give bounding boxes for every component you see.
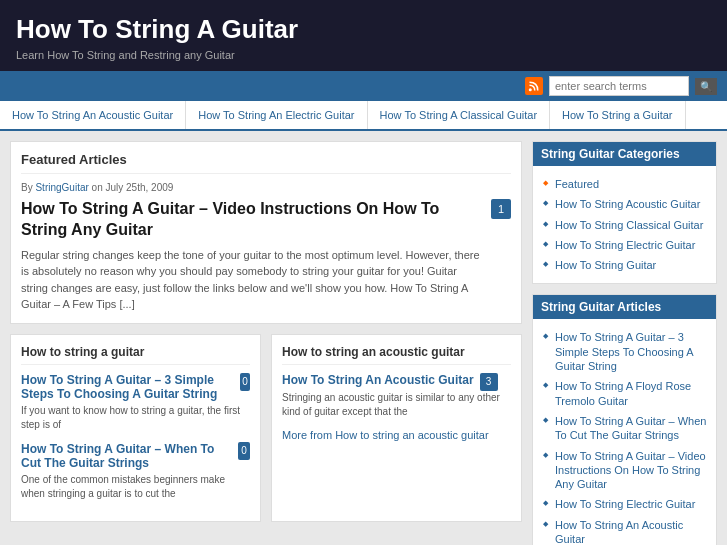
site-title: How To String A Guitar — [16, 14, 711, 45]
svg-point-0 — [529, 88, 532, 91]
sidebar-articles: String Guitar Articles How To String A G… — [532, 294, 717, 545]
sidebar-article-3[interactable]: How To String A Guitar – When To Cut The… — [541, 411, 708, 446]
author-link[interactable]: StringGuitar — [35, 182, 88, 193]
sidebar-cat-electric[interactable]: How To String Electric Guitar — [541, 235, 708, 255]
site-header: How To String A Guitar Learn How To Stri… — [0, 0, 727, 71]
sidebar: String Guitar Categories Featured How To… — [532, 141, 717, 545]
sidebar-cat-classical[interactable]: How To String Classical Guitar — [541, 215, 708, 235]
article-meta: By StringGuitar on July 25th, 2009 — [21, 182, 511, 193]
topbar: 🔍 — [0, 71, 727, 101]
two-column-section: How to string a guitar How To String A G… — [10, 334, 522, 522]
col-left-heading: How to string a guitar — [21, 345, 250, 365]
sidebar-article-5[interactable]: How To String Electric Guitar — [541, 494, 708, 514]
col-left-article-2-title[interactable]: How To String A Guitar – When To Cut The… — [21, 442, 232, 470]
sidebar-article-1[interactable]: How To String A Guitar – 3 Simple Steps … — [541, 327, 708, 376]
col-string-guitar: How to string a guitar How To String A G… — [10, 334, 261, 522]
col-acoustic-guitar: How to string an acoustic guitar How To … — [271, 334, 522, 522]
search-button[interactable]: 🔍 — [695, 78, 717, 95]
featured-heading: Featured Articles — [21, 152, 511, 174]
sidebar-article-4[interactable]: How To String A Guitar – Video Instructi… — [541, 446, 708, 495]
nav-tab-classical[interactable]: How To String A Classical Guitar — [368, 101, 551, 129]
col-right-heading: How to string an acoustic guitar — [282, 345, 511, 365]
nav-tab-electric[interactable]: How To String An Electric Guitar — [186, 101, 367, 129]
sidebar-categories: String Guitar Categories Featured How To… — [532, 141, 717, 284]
featured-article-title[interactable]: How To String A Guitar – Video Instructi… — [21, 199, 483, 241]
sidebar-articles-heading: String Guitar Articles — [533, 295, 716, 319]
col-right-excerpt-1: Stringing an acoustic guitar is similar … — [282, 391, 511, 419]
col-left-excerpt-1: If you want to know how to string a guit… — [21, 404, 250, 432]
col-right-article-1-title[interactable]: How To String An Acoustic Guitar — [282, 373, 474, 387]
sidebar-cat-acoustic[interactable]: How To String Acoustic Guitar — [541, 194, 708, 214]
sidebar-cat-general[interactable]: How To String Guitar — [541, 255, 708, 275]
sidebar-categories-heading: String Guitar Categories — [533, 142, 716, 166]
featured-badge: 1 — [491, 199, 511, 219]
col-left-article-2: How To String A Guitar – When To Cut The… — [21, 442, 250, 501]
col-right-badge-1: 3 — [480, 373, 498, 391]
site-subtitle: Learn How To String and Restring any Gui… — [16, 49, 711, 61]
col-right-article-1: How To String An Acoustic Guitar 3 Strin… — [282, 373, 511, 419]
col-left-article-1-title[interactable]: How To String A Guitar – 3 Simple Steps … — [21, 373, 234, 401]
featured-articles: Featured Articles By StringGuitar on Jul… — [10, 141, 522, 324]
featured-article-excerpt: Regular string changes keep the tone of … — [21, 247, 483, 313]
nav-tab-acoustic[interactable]: How To String An Acoustic Guitar — [0, 101, 186, 129]
col-left-badge-2: 0 — [238, 442, 250, 460]
more-acoustic-link[interactable]: More from How to string an acoustic guit… — [282, 429, 511, 441]
col-left-article-1: How To String A Guitar – 3 Simple Steps … — [21, 373, 250, 432]
article-date: July 25th, 2009 — [106, 182, 174, 193]
nav-tabs: How To String An Acoustic Guitar How To … — [0, 101, 727, 131]
nav-tab-general[interactable]: How To String a Guitar — [550, 101, 685, 129]
rss-icon[interactable] — [525, 77, 543, 95]
sidebar-article-2[interactable]: How To String A Floyd Rose Tremolo Guita… — [541, 376, 708, 411]
col-left-badge-1: 0 — [240, 373, 250, 391]
sidebar-article-6[interactable]: How To String An Acoustic Guitar — [541, 515, 708, 545]
sidebar-cat-featured[interactable]: Featured — [541, 174, 708, 194]
search-input[interactable] — [549, 76, 689, 96]
content-area: Featured Articles By StringGuitar on Jul… — [10, 141, 522, 545]
col-left-excerpt-2: One of the common mistakes beginners mak… — [21, 473, 250, 501]
main-content: Featured Articles By StringGuitar on Jul… — [0, 131, 727, 545]
